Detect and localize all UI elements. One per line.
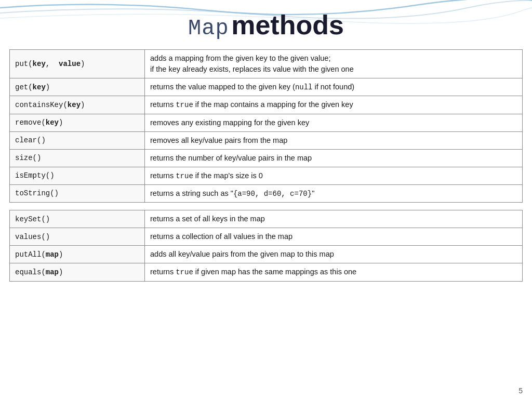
table-row: putAll(map) adds all key/value pairs fro… <box>10 246 523 263</box>
title-bold: methods <box>231 10 344 40</box>
method-cell: values() <box>10 228 145 246</box>
desc-cell: removes any existing mapping for the giv… <box>145 114 523 131</box>
content-area: put(key, value) adds a mapping from the … <box>0 49 532 282</box>
method-cell: isEmpty() <box>10 167 145 184</box>
method-cell: equals(map) <box>10 263 145 281</box>
method-cell: putAll(map) <box>10 246 145 263</box>
table-row: remove(key) removes any existing mapping… <box>10 114 523 131</box>
desc-cell: returns true if given map has the same m… <box>145 263 523 281</box>
title-mono: Map <box>188 16 229 41</box>
table-row: keySet() returns a set of all keys in th… <box>10 210 523 228</box>
table-row: put(key, value) adds a mapping from the … <box>10 50 523 78</box>
method-cell: clear() <box>10 131 145 149</box>
page-number: 5 <box>518 387 523 395</box>
table-row: equals(map) returns true if given map ha… <box>10 263 523 281</box>
methods-table-1: put(key, value) adds a mapping from the … <box>9 49 523 203</box>
desc-cell: adds a mapping from the given key to the… <box>145 50 523 78</box>
desc-cell: adds all key/value pairs from the given … <box>145 246 523 263</box>
table-row: toString() returns a string such as "{a=… <box>10 184 523 202</box>
desc-cell: returns the number of key/value pairs in… <box>145 149 523 167</box>
table-row: containsKey(key) returns true if the map… <box>10 96 523 114</box>
table-row: get(key) returns the value mapped to the… <box>10 78 523 96</box>
desc-cell: returns true if the map's size is 0 <box>145 167 523 184</box>
desc-cell: returns true if the map contains a mappi… <box>145 96 523 114</box>
desc-cell: removes all key/value pairs from the map <box>145 131 523 149</box>
method-cell: put(key, value) <box>10 50 145 78</box>
slide: Map methods put(key, value) adds a mappi… <box>0 0 532 399</box>
table-row: values() returns a collection of all val… <box>10 228 523 246</box>
table-row: size() returns the number of key/value p… <box>10 149 523 167</box>
method-cell: containsKey(key) <box>10 96 145 114</box>
method-cell: remove(key) <box>10 114 145 131</box>
methods-table-2: keySet() returns a set of all keys in th… <box>9 210 523 281</box>
method-cell: size() <box>10 149 145 167</box>
desc-cell: returns a set of all keys in the map <box>145 210 523 228</box>
method-cell: get(key) <box>10 78 145 96</box>
desc-cell: returns a string such as "{a=90, d=60, c… <box>145 184 523 202</box>
table-row: clear() removes all key/value pairs from… <box>10 131 523 149</box>
desc-cell: returns a collection of all values in th… <box>145 228 523 246</box>
method-cell: toString() <box>10 184 145 202</box>
method-cell: keySet() <box>10 210 145 228</box>
slide-title: Map methods <box>0 0 532 49</box>
desc-cell: returns the value mapped to the given ke… <box>145 78 523 96</box>
table-row: isEmpty() returns true if the map's size… <box>10 167 523 184</box>
